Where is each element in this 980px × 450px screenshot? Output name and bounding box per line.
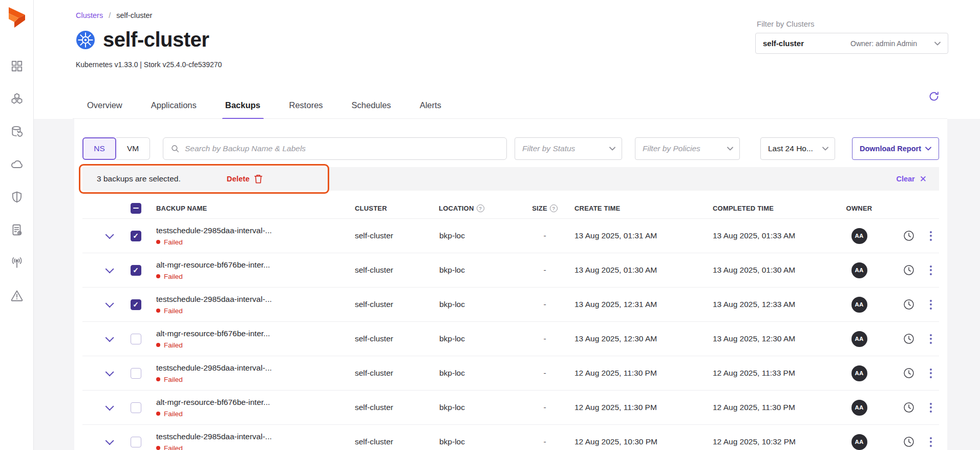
row-checkbox[interactable] xyxy=(131,299,141,310)
delete-button[interactable]: Delete xyxy=(227,174,264,184)
backup-search[interactable] xyxy=(163,137,507,160)
breadcrumb-clusters-link[interactable]: Clusters xyxy=(76,11,103,19)
row-checkbox[interactable] xyxy=(131,437,141,447)
row-checkbox[interactable] xyxy=(131,368,141,379)
time-range-dropdown[interactable]: Last 24 Ho... xyxy=(760,137,835,160)
owner-avatar[interactable]: AA xyxy=(851,400,867,416)
clock-history-icon[interactable] xyxy=(902,298,915,311)
alerts-warning-icon[interactable] xyxy=(10,289,24,302)
expand-row-button[interactable] xyxy=(82,267,122,273)
download-report-button[interactable]: Download Report xyxy=(852,137,939,160)
scope-toggle-vm[interactable]: VM xyxy=(116,137,150,160)
cluster-filter-dropdown[interactable]: self-cluster Owner: admin Admin xyxy=(755,33,948,54)
clock-history-icon[interactable] xyxy=(902,401,915,414)
portworx-logo[interactable] xyxy=(8,7,27,29)
scope-toggle-ns[interactable]: NS xyxy=(82,137,116,160)
backup-name[interactable]: testschedule-2985daa-interval-... xyxy=(156,295,354,304)
column-completed-time[interactable]: COMPLETED TIME xyxy=(705,204,823,212)
refresh-button[interactable] xyxy=(928,90,940,103)
backup-name[interactable]: alt-mgr-resource-bf676be-inter... xyxy=(156,329,354,338)
page-title: self-cluster xyxy=(103,28,209,51)
row-checkbox[interactable] xyxy=(131,231,141,241)
delete-label: Delete xyxy=(227,175,250,183)
clock-history-icon[interactable] xyxy=(902,435,915,448)
expand-row-button[interactable] xyxy=(82,336,122,342)
tab-restores[interactable]: Restores xyxy=(275,100,337,118)
dashboard-grid-icon[interactable] xyxy=(10,59,24,73)
tab-backups[interactable]: Backups xyxy=(211,100,275,118)
close-icon: ✕ xyxy=(920,174,927,185)
rules-document-gear-icon[interactable] xyxy=(10,223,24,237)
column-size[interactable]: SIZE? xyxy=(521,204,569,212)
column-owner[interactable]: OWNER xyxy=(823,204,896,212)
row-actions-menu[interactable] xyxy=(922,263,939,277)
column-backup-name[interactable]: BACKUP NAME xyxy=(149,204,354,212)
status-dot-icon xyxy=(156,309,160,313)
row-checkbox[interactable] xyxy=(131,334,141,344)
tab-schedules[interactable]: Schedules xyxy=(337,100,406,118)
search-input[interactable] xyxy=(185,144,499,153)
status-filter-dropdown[interactable]: Filter by Status xyxy=(515,137,622,160)
cluster-cell: self-cluster xyxy=(354,369,439,378)
expand-row-button[interactable] xyxy=(82,404,122,411)
help-icon[interactable]: ? xyxy=(477,204,484,212)
status-label: Failed xyxy=(164,273,183,280)
location-cell: bkp-loc xyxy=(439,231,521,240)
row-checkbox[interactable] xyxy=(131,265,141,276)
owner-avatar[interactable]: AA xyxy=(851,434,867,450)
cluster-cell: self-cluster xyxy=(354,437,439,446)
owner-avatar[interactable]: AA xyxy=(851,331,867,347)
row-actions-menu[interactable] xyxy=(922,229,939,243)
backup-restore-db-icon[interactable] xyxy=(10,125,24,138)
expand-row-button[interactable] xyxy=(82,370,122,376)
owner-avatar[interactable]: AA xyxy=(851,365,867,381)
size-cell: - xyxy=(521,265,569,275)
tab-overview[interactable]: Overview xyxy=(73,100,137,118)
column-location[interactable]: LOCATION? xyxy=(439,204,521,212)
help-icon[interactable]: ? xyxy=(550,204,558,212)
expand-row-button[interactable] xyxy=(82,233,122,239)
completed-time-cell: 13 Aug 2025, 01:33 AM xyxy=(705,231,823,240)
expand-row-button[interactable] xyxy=(82,439,122,445)
row-actions-menu[interactable] xyxy=(922,366,939,380)
cluster-cell: self-cluster xyxy=(354,403,439,412)
tab-alerts[interactable]: Alerts xyxy=(406,100,456,118)
tab-applications[interactable]: Applications xyxy=(137,100,211,118)
column-create-time[interactable]: CREATE TIME xyxy=(569,204,705,212)
create-time-cell: 13 Aug 2025, 01:30 AM xyxy=(569,265,705,275)
clock-history-icon[interactable] xyxy=(902,366,915,380)
policies-filter-dropdown[interactable]: Filter by Policies xyxy=(635,137,740,160)
shield-icon[interactable] xyxy=(10,191,24,204)
backup-name[interactable]: alt-mgr-resource-bf676be-inter... xyxy=(156,398,354,407)
owner-avatar[interactable]: AA xyxy=(851,228,867,244)
row-actions-menu[interactable] xyxy=(922,298,939,312)
status-filter-placeholder: Filter by Status xyxy=(522,144,605,153)
backup-name[interactable]: testschedule-2985daa-interval-... xyxy=(156,432,354,441)
backup-status: Failed xyxy=(156,410,354,418)
column-cluster[interactable]: CLUSTER xyxy=(354,204,439,212)
row-actions-menu[interactable] xyxy=(922,435,939,449)
clock-history-icon[interactable] xyxy=(902,332,915,345)
select-all-checkbox[interactable] xyxy=(131,203,141,214)
owner-avatar[interactable]: AA xyxy=(851,262,867,278)
broadcast-antenna-icon[interactable] xyxy=(10,256,24,270)
row-actions-menu[interactable] xyxy=(922,332,939,346)
clock-history-icon[interactable] xyxy=(902,229,915,242)
table-row: testschedule-2985daa-interval-... Failed… xyxy=(82,424,939,450)
backup-name[interactable]: testschedule-2985daa-interval-... xyxy=(156,363,354,373)
clock-history-icon[interactable] xyxy=(902,263,915,277)
row-actions-menu[interactable] xyxy=(922,401,939,415)
backup-name[interactable]: alt-mgr-resource-bf676be-inter... xyxy=(156,260,354,270)
backup-name[interactable]: testschedule-2985daa-interval-... xyxy=(156,226,354,235)
clear-selection-button[interactable]: Clear ✕ xyxy=(896,174,927,185)
status-label: Failed xyxy=(164,410,183,418)
location-cell: bkp-loc xyxy=(439,334,521,343)
clear-label: Clear xyxy=(896,175,914,183)
cloud-icon[interactable] xyxy=(10,158,24,171)
completed-time-cell: 13 Aug 2025, 12:30 AM xyxy=(705,334,823,343)
expand-row-button[interactable] xyxy=(82,301,122,308)
owner-avatar[interactable]: AA xyxy=(851,297,867,313)
table-row: testschedule-2985daa-interval-... Failed… xyxy=(82,287,939,321)
row-checkbox[interactable] xyxy=(131,402,141,413)
clusters-cubes-icon[interactable] xyxy=(10,92,24,106)
